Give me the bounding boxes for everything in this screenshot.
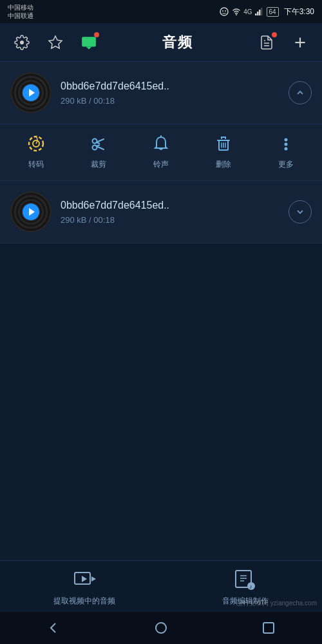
settings-button[interactable]: [10, 31, 33, 54]
vinyl-disc-2: [10, 191, 52, 232]
vinyl-record-1[interactable]: [10, 72, 52, 113]
message-button[interactable]: [77, 31, 100, 54]
network-type: 4G: [243, 8, 252, 15]
delete-button[interactable]: 删除: [204, 132, 243, 170]
plus-icon: [292, 34, 308, 51]
svg-rect-5: [257, 12, 259, 15]
svg-point-41: [156, 623, 166, 633]
audio-item-1: 0bbd6e7dd7de6415ed.. 290 kB / 00:18: [0, 62, 322, 181]
svg-point-1: [222, 10, 223, 12]
more-button[interactable]: 更多: [267, 132, 305, 170]
audio-duration-1: 00:18: [93, 96, 115, 106]
battery-value: 64: [267, 7, 279, 17]
transcode-button[interactable]: 转码: [17, 132, 55, 170]
svg-line-21: [97, 142, 100, 144]
wifi-icon: [232, 7, 241, 16]
svg-marker-33: [91, 576, 96, 582]
play-button-2[interactable]: [23, 204, 39, 220]
chevron-up-button-1[interactable]: [289, 81, 312, 104]
carrier-info: 中国移动 中国联通: [8, 3, 33, 20]
svg-rect-4: [255, 14, 257, 15]
cut-label: 裁剪: [91, 159, 106, 170]
svg-marker-8: [49, 36, 62, 48]
extract-audio-icon: [71, 566, 97, 592]
audio-edit-icon: ♪: [232, 566, 258, 592]
document-button[interactable]: [255, 31, 278, 54]
add-button[interactable]: [289, 31, 312, 54]
transcode-label: 转码: [28, 159, 44, 170]
vinyl-record-2[interactable]: [10, 191, 52, 232]
play-button-1[interactable]: [23, 84, 39, 101]
svg-point-31: [284, 147, 287, 151]
svg-point-2: [225, 10, 226, 12]
svg-rect-42: [263, 623, 274, 633]
svg-rect-6: [259, 10, 261, 15]
vinyl-disc-1: [10, 72, 52, 113]
gear-icon: [14, 35, 30, 50]
more-label: 更多: [278, 159, 294, 170]
time-display: 下午3:30: [284, 6, 314, 17]
bell-icon: [149, 132, 173, 155]
svg-rect-9: [82, 37, 96, 46]
extract-audio-label: 提取视频中的音频: [53, 596, 115, 607]
back-button[interactable]: [37, 612, 70, 644]
status-bar: 中国移动 中国联通 4G: [0, 0, 322, 23]
svg-point-29: [284, 138, 287, 142]
carrier2: 中国联通: [8, 12, 33, 20]
audio-info-1: 0bbd6e7dd7de6415ed.. 290 kB / 00:18: [61, 80, 279, 106]
audio-meta-1: 290 kB / 00:18: [61, 96, 279, 106]
home-button[interactable]: [145, 612, 177, 644]
audio-item-1-main: 0bbd6e7dd7de6415ed.. 290 kB / 00:18: [0, 62, 322, 124]
home-icon: [154, 621, 168, 635]
audio-name-1: 0bbd6e7dd7de6415ed..: [61, 80, 279, 92]
svg-marker-10: [86, 46, 92, 49]
audio-item-2: 0bbd6e7dd7de6415ed.. 290 kB / 00:18: [0, 181, 322, 243]
delete-label: 删除: [216, 159, 231, 170]
more-icon: [274, 132, 298, 155]
carrier1: 中国移动: [8, 3, 33, 12]
svg-text:♪: ♪: [249, 583, 252, 590]
star-icon: [48, 35, 63, 50]
document-badge: [272, 32, 277, 37]
watermark: 玉竹安卓网 yziangecha.com: [236, 599, 317, 608]
audio-size-1: 290 kB: [61, 96, 86, 106]
empty-space: [0, 243, 322, 424]
svg-line-22: [97, 145, 100, 146]
page-title: 音频: [111, 33, 245, 52]
toolbar: 音频: [0, 23, 322, 62]
status-icons: 4G 64: [219, 6, 278, 17]
ringtone-label: 铃声: [153, 159, 169, 170]
svg-rect-7: [261, 8, 263, 15]
audio-duration-2: 00:18: [93, 215, 115, 225]
svg-marker-34: [82, 576, 87, 582]
face-icon: [219, 6, 229, 17]
scissors-icon: [87, 132, 110, 155]
svg-point-3: [236, 14, 237, 15]
system-nav: [0, 612, 322, 644]
document-icon: [259, 35, 274, 50]
svg-point-30: [284, 143, 287, 146]
status-right: 4G 64 下午3:30: [219, 6, 314, 17]
chevron-up-icon: [295, 88, 305, 98]
back-icon: [46, 621, 61, 635]
chevron-down-icon: [295, 207, 305, 217]
audio-item-2-main: 0bbd6e7dd7de6415ed.. 290 kB / 00:18: [0, 181, 322, 243]
svg-point-0: [220, 8, 228, 15]
chevron-down-button-2[interactable]: [289, 200, 312, 223]
message-badge: [94, 32, 99, 37]
extract-audio-button[interactable]: 提取视频中的音频: [53, 566, 115, 607]
audio-info-2: 0bbd6e7dd7de6415ed.. 290 kB / 00:18: [61, 200, 279, 225]
ringtone-button[interactable]: 铃声: [142, 132, 180, 170]
audio-actions-1: 转码 裁剪: [0, 124, 322, 180]
favorites-button[interactable]: [44, 31, 67, 54]
recent-apps-button[interactable]: [252, 612, 285, 644]
signal-icon: [255, 8, 264, 15]
cut-button[interactable]: 裁剪: [79, 132, 118, 170]
audio-name-2: 0bbd6e7dd7de6415ed..: [61, 200, 279, 211]
audio-meta-2: 290 kB / 00:18: [61, 215, 279, 225]
trash-icon: [212, 132, 235, 155]
transcode-icon: [24, 132, 48, 155]
audio-size-2: 290 kB: [61, 215, 86, 225]
recent-apps-icon: [261, 621, 276, 635]
